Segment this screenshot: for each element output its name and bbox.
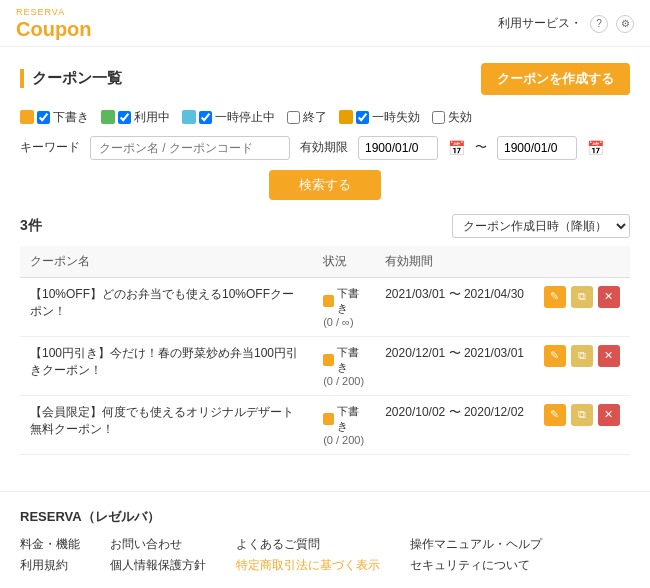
footer: RESERVA（レゼルバ） 料金・機能 利用規約 お問い合わせ 個人情報保護方針… — [0, 491, 650, 588]
footer-brand: RESERVA（レゼルバ） — [20, 508, 630, 526]
search-button[interactable]: 検索する — [269, 170, 381, 200]
filter-paused: 一時停止中 — [182, 109, 275, 126]
calendar-from-icon[interactable]: 📅 — [448, 140, 465, 156]
action-icons: ✎ ⧉ ✕ — [544, 345, 620, 367]
footer-col-2: お問い合わせ 個人情報保護方針 — [110, 536, 206, 574]
footer-col-4: 操作マニュアル・ヘルプ セキュリティについて — [410, 536, 542, 574]
draft-icon — [20, 110, 34, 124]
search-row: キーワード 有効期限 📅 〜 📅 — [20, 136, 630, 160]
filter-temp-expired-checkbox[interactable] — [356, 111, 369, 124]
app-title: Coupon — [16, 18, 92, 40]
coupon-date-cell: 2020/12/01 〜 2021/03/01 — [375, 336, 534, 395]
copy-icon[interactable]: ⧉ — [571, 345, 593, 367]
filter-draft: 下書き — [20, 109, 89, 126]
coupon-name-text: 【会員限定】何度でも使えるオリジナルデザート無料クーポン！ — [30, 405, 294, 436]
table-row: 【会員限定】何度でも使えるオリジナルデザート無料クーポン！ 下書き (0 / 2… — [20, 395, 630, 454]
coupon-status-cell: 下書き (0 / 200) — [313, 395, 375, 454]
filter-active: 利用中 — [101, 109, 170, 126]
copy-icon[interactable]: ⧉ — [571, 286, 593, 308]
col-period: 有効期間 — [375, 246, 534, 278]
help-icon[interactable]: ? — [590, 15, 608, 33]
delete-icon[interactable]: ✕ — [598, 404, 620, 426]
search-button-row: 検索する — [20, 170, 630, 200]
coupon-date-cell: 2020/10/02 〜 2020/12/02 — [375, 395, 534, 454]
reserva-label: RESERVA — [16, 8, 92, 18]
table-row: 【10%OFF】どのお弁当でも使える10%OFFクーポン！ 下書き (0 / ∞… — [20, 277, 630, 336]
coupon-name-text: 【10%OFF】どのお弁当でも使える10%OFFクーポン！ — [30, 287, 294, 318]
keyword-label: キーワード — [20, 139, 80, 156]
filter-ended-checkbox[interactable] — [287, 111, 300, 124]
col-actions — [534, 246, 630, 278]
copy-icon[interactable]: ⧉ — [571, 404, 593, 426]
filter-temp-expired-label: 一時失効 — [372, 109, 420, 126]
page-title: クーポン一覧 — [20, 69, 122, 88]
footer-col-3: よくあるご質問 特定商取引法に基づく表示 — [236, 536, 380, 574]
edit-icon[interactable]: ✎ — [544, 404, 566, 426]
coupon-name-cell: 【100円引き】今だけ！春の野菜炒め弁当100円引きクーポン！ — [20, 336, 313, 395]
coupon-name-cell: 【10%OFF】どのお弁当でも使える10%OFFクーポン！ — [20, 277, 313, 336]
date-range: 2020/10/02 〜 2020/12/02 — [385, 405, 524, 419]
footer-link-security[interactable]: セキュリティについて — [410, 557, 542, 574]
header: RESERVA Coupon 利用サービス・ ? ⚙ — [0, 0, 650, 47]
date-from-input[interactable] — [358, 136, 438, 160]
date-range: 2020/12/01 〜 2021/03/01 — [385, 346, 524, 360]
status-badge: 下書き — [323, 286, 365, 316]
usage-count: (0 / 200) — [323, 375, 365, 387]
status-label: 下書き — [337, 286, 366, 316]
filter-paused-checkbox[interactable] — [199, 111, 212, 124]
sort-select[interactable]: クーポン作成日時（降順） クーポン作成日時（昇順） — [452, 214, 630, 238]
coupon-status-cell: 下書き (0 / 200) — [313, 336, 375, 395]
coupon-actions-cell: ✎ ⧉ ✕ — [534, 395, 630, 454]
footer-link-pricing[interactable]: 料金・機能 — [20, 536, 80, 553]
nav-label: 利用サービス・ — [498, 15, 582, 32]
footer-link-contact[interactable]: お問い合わせ — [110, 536, 206, 553]
filter-ended-label: 終了 — [303, 109, 327, 126]
filter-expired-label: 失効 — [448, 109, 472, 126]
settings-icon[interactable]: ⚙ — [616, 15, 634, 33]
coupon-actions-cell: ✎ ⧉ ✕ — [534, 277, 630, 336]
footer-link-commerce[interactable]: 特定商取引法に基づく表示 — [236, 557, 380, 574]
footer-link-privacy[interactable]: 個人情報保護方針 — [110, 557, 206, 574]
coupon-date-cell: 2021/03/01 〜 2021/04/30 — [375, 277, 534, 336]
filter-expired: 失効 — [432, 109, 472, 126]
results-header: 3件 クーポン作成日時（降順） クーポン作成日時（昇順） — [20, 214, 630, 238]
date-to-input[interactable] — [497, 136, 577, 160]
status-badge: 下書き — [323, 404, 365, 434]
create-coupon-button[interactable]: クーポンを作成する — [481, 63, 630, 95]
header-right: 利用サービス・ ? ⚙ — [498, 15, 634, 33]
filter-draft-label: 下書き — [53, 109, 89, 126]
table-header-row: クーポン名 状況 有効期間 — [20, 246, 630, 278]
status-label: 下書き — [337, 345, 366, 375]
filter-expired-checkbox[interactable] — [432, 111, 445, 124]
calendar-to-icon[interactable]: 📅 — [587, 140, 604, 156]
coupon-status-cell: 下書き (0 / ∞) — [313, 277, 375, 336]
search-input[interactable] — [90, 136, 290, 160]
temp-expired-icon — [339, 110, 353, 124]
coupon-name-cell: 【会員限定】何度でも使えるオリジナルデザート無料クーポン！ — [20, 395, 313, 454]
date-range: 2021/03/01 〜 2021/04/30 — [385, 287, 524, 301]
filter-active-label: 利用中 — [134, 109, 170, 126]
delete-icon[interactable]: ✕ — [598, 286, 620, 308]
footer-link-manual[interactable]: 操作マニュアル・ヘルプ — [410, 536, 542, 553]
active-icon — [101, 110, 115, 124]
status-label: 下書き — [337, 404, 366, 434]
footer-link-faq[interactable]: よくあるご質問 — [236, 536, 380, 553]
footer-link-terms[interactable]: 利用規約 — [20, 557, 80, 574]
edit-icon[interactable]: ✎ — [544, 286, 566, 308]
section-title-row: クーポン一覧 クーポンを作成する — [20, 63, 630, 95]
paused-icon — [182, 110, 196, 124]
coupon-name-text: 【100円引き】今だけ！春の野菜炒め弁当100円引きクーポン！ — [30, 346, 298, 377]
action-icons: ✎ ⧉ ✕ — [544, 286, 620, 308]
coupon-table: クーポン名 状況 有効期間 【10%OFF】どのお弁当でも使える10%OFFクー… — [20, 246, 630, 455]
delete-icon[interactable]: ✕ — [598, 345, 620, 367]
action-icons: ✎ ⧉ ✕ — [544, 404, 620, 426]
filter-temp-expired: 一時失効 — [339, 109, 420, 126]
tilde-separator: 〜 — [475, 139, 487, 156]
main-content: クーポン一覧 クーポンを作成する 下書き 利用中 一時停止中 終了 一時失効 — [0, 47, 650, 491]
edit-icon[interactable]: ✎ — [544, 345, 566, 367]
logo: RESERVA Coupon — [16, 8, 92, 40]
filter-active-checkbox[interactable] — [118, 111, 131, 124]
status-badge: 下書き — [323, 345, 365, 375]
date-label: 有効期限 — [300, 139, 348, 156]
filter-draft-checkbox[interactable] — [37, 111, 50, 124]
